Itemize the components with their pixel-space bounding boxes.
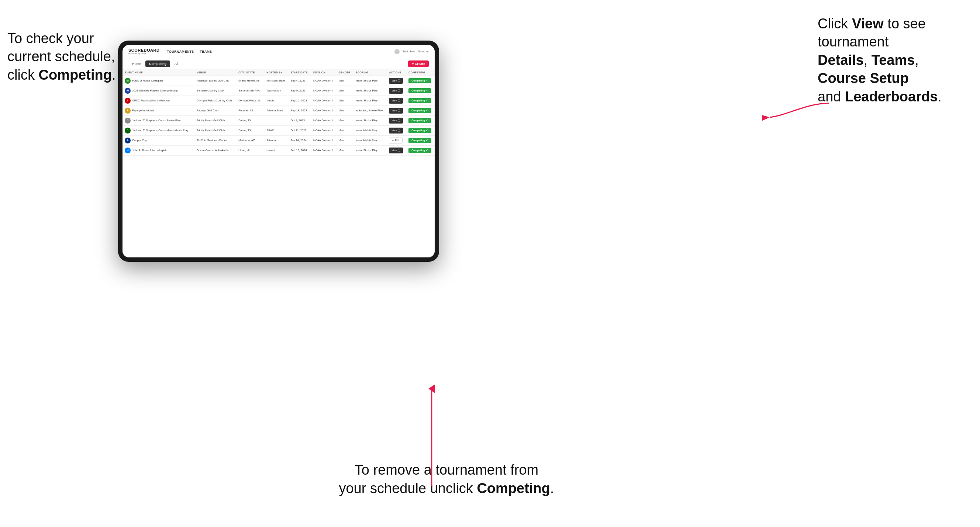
- competing-button[interactable]: Competing ✓: [409, 148, 431, 153]
- competing-button[interactable]: Competing ✓: [409, 88, 431, 93]
- table-row: ACopper CupAk-Chin Southern DunesMaricop…: [123, 136, 435, 146]
- competing-button[interactable]: Competing ✓: [409, 118, 431, 123]
- cell-scoring: team, Stroke Play: [353, 146, 387, 156]
- cell-gender: Men: [337, 116, 353, 126]
- cell-event-name: HJohn A. Burns Intercollegiate: [123, 146, 194, 156]
- competing-button[interactable]: Competing ✓: [409, 108, 431, 113]
- cell-date: Feb 15, 2024: [288, 146, 311, 156]
- cell-scoring: individual, Stroke Play: [353, 106, 387, 116]
- cell-venue: Papago Golf Club: [194, 106, 237, 116]
- competing-button[interactable]: Competing ✓: [409, 128, 431, 133]
- cell-scoring: team, Match Play: [353, 136, 387, 146]
- cell-competing[interactable]: Competing ✓: [406, 106, 435, 116]
- competing-button[interactable]: Competing ✓: [409, 138, 431, 143]
- tab-all[interactable]: All: [171, 60, 182, 67]
- th-start-date: START DATE: [288, 69, 311, 76]
- th-venue: VENUE: [194, 69, 237, 76]
- cell-action[interactable]: View ⓘ: [387, 106, 406, 116]
- view-button[interactable]: View ⓘ: [389, 128, 403, 133]
- view-button[interactable]: View ⓘ: [389, 117, 403, 124]
- edit-button[interactable]: ✏ Edit: [389, 138, 402, 143]
- arrow-bottom: [426, 383, 437, 486]
- cell-date: Sep 15, 2023: [288, 96, 311, 106]
- view-button[interactable]: View ⓘ: [389, 88, 403, 94]
- cell-date: Sep 4, 2023: [288, 76, 311, 86]
- nav-sign-out[interactable]: Sign out: [418, 50, 429, 53]
- cell-hosted: Washington: [264, 86, 288, 96]
- table-row: MFolds of Honor CollegiateAmerican Dunes…: [123, 76, 435, 86]
- tab-home[interactable]: Home: [129, 60, 145, 67]
- tablet-screen: SCOREBOARD Powered by clippi TOURNAMENTS…: [123, 45, 435, 257]
- cell-competing[interactable]: Competing ✓: [406, 136, 435, 146]
- cell-event-name: IOFCC Fighting Illini Invitational: [123, 96, 194, 106]
- competing-button[interactable]: Competing ✓: [409, 98, 431, 103]
- competing-button[interactable]: Competing ✓: [409, 78, 431, 83]
- cell-date: Oct 9, 2023: [288, 116, 311, 126]
- nav-right: Test User Sign out: [395, 49, 429, 54]
- view-button[interactable]: View ⓘ: [389, 108, 403, 114]
- cell-city: Grand Haven, MI: [236, 76, 264, 86]
- cell-event-name: ACopper Cup: [123, 136, 194, 146]
- cell-division: NCAA Division I: [311, 116, 337, 126]
- cell-event-name: JJackson T. Stephens Cup – Men's Match P…: [123, 126, 194, 136]
- cell-gender: Men: [337, 86, 353, 96]
- cell-venue: Olympia Fields Country Club: [194, 96, 237, 106]
- th-gender: GENDER: [337, 69, 353, 76]
- cell-hosted: Illinois: [264, 96, 288, 106]
- cell-action[interactable]: View ⓘ: [387, 116, 406, 126]
- tablet-device: SCOREBOARD Powered by clippi TOURNAMENTS…: [118, 41, 439, 262]
- cell-action[interactable]: View ⓘ: [387, 86, 406, 96]
- nav-teams[interactable]: TEAMS: [200, 50, 212, 54]
- cell-division: NCAA Division I: [311, 126, 337, 136]
- table-row: W2023 Sahalee Players ChampionshipSahale…: [123, 86, 435, 96]
- view-button[interactable]: View ⓘ: [389, 98, 403, 104]
- view-button[interactable]: View ⓘ: [389, 78, 403, 84]
- arrow-view: [762, 96, 836, 125]
- th-competing: COMPETING: [406, 69, 435, 76]
- user-avatar-icon: [395, 49, 399, 54]
- tournaments-table-container: EVENT NAME VENUE CITY, STATE HOSTED BY S…: [123, 69, 435, 257]
- create-button[interactable]: + Create: [408, 60, 429, 67]
- th-scoring: SCORING: [353, 69, 387, 76]
- cell-event-name: JJackson T. Stephens Cup – Stroke Play: [123, 116, 194, 126]
- th-hosted-by: HOSTED BY: [264, 69, 288, 76]
- cell-venue: Ocean Course At Hokuala: [194, 146, 237, 156]
- cell-gender: Men: [337, 96, 353, 106]
- annotation-bottom: To remove a tournament from your schedul…: [317, 461, 576, 497]
- cell-date: Sep 18, 2023: [288, 106, 311, 116]
- annotation-top-right: Click View to see tournament Details, Te…: [818, 15, 973, 106]
- cell-city: Olympia Fields, IL: [236, 96, 264, 106]
- table-row: JJackson T. Stephens Cup – Men's Match P…: [123, 126, 435, 136]
- cell-city: Maricopa, AZ: [236, 136, 264, 146]
- th-actions: ACTIONS: [387, 69, 406, 76]
- cell-action[interactable]: View ⓘ: [387, 126, 406, 136]
- cell-venue: Trinity Forest Golf Club: [194, 116, 237, 126]
- cell-city: Lihue, HI: [236, 146, 264, 156]
- th-division: DIVISION: [311, 69, 337, 76]
- cell-competing[interactable]: Competing ✓: [406, 86, 435, 96]
- cell-action[interactable]: View ⓘ: [387, 76, 406, 86]
- cell-action[interactable]: View ⓘ: [387, 146, 406, 156]
- cell-competing[interactable]: Competing ✓: [406, 146, 435, 156]
- cell-competing[interactable]: Competing ✓: [406, 96, 435, 106]
- cell-city: Dallas, TX: [236, 126, 264, 136]
- cell-hosted: ABAC: [264, 126, 288, 136]
- cell-hosted: Arizona State: [264, 106, 288, 116]
- cell-hosted: [264, 116, 288, 126]
- cell-action[interactable]: ✏ Edit: [387, 136, 406, 146]
- cell-venue: Trinity Forest Golf Club: [194, 126, 237, 136]
- cell-division: NCAA Division I: [311, 76, 337, 86]
- cell-action[interactable]: View ⓘ: [387, 96, 406, 106]
- tournaments-table: EVENT NAME VENUE CITY, STATE HOSTED BY S…: [123, 69, 435, 156]
- cell-competing[interactable]: Competing ✓: [406, 76, 435, 86]
- tab-competing[interactable]: Competing: [145, 60, 170, 67]
- nav-tournaments[interactable]: TOURNAMENTS: [167, 50, 194, 54]
- cell-scoring: team, Match Play: [353, 126, 387, 136]
- cell-scoring: team, Stroke Play: [353, 116, 387, 126]
- cell-division: NCAA Division I: [311, 136, 337, 146]
- nav-bar: SCOREBOARD Powered by clippi TOURNAMENTS…: [123, 45, 435, 58]
- cell-competing[interactable]: Competing ✓: [406, 126, 435, 136]
- tab-bar: Home Competing All + Create: [123, 58, 435, 69]
- cell-competing[interactable]: Competing ✓: [406, 116, 435, 126]
- view-button[interactable]: View ⓘ: [389, 148, 403, 153]
